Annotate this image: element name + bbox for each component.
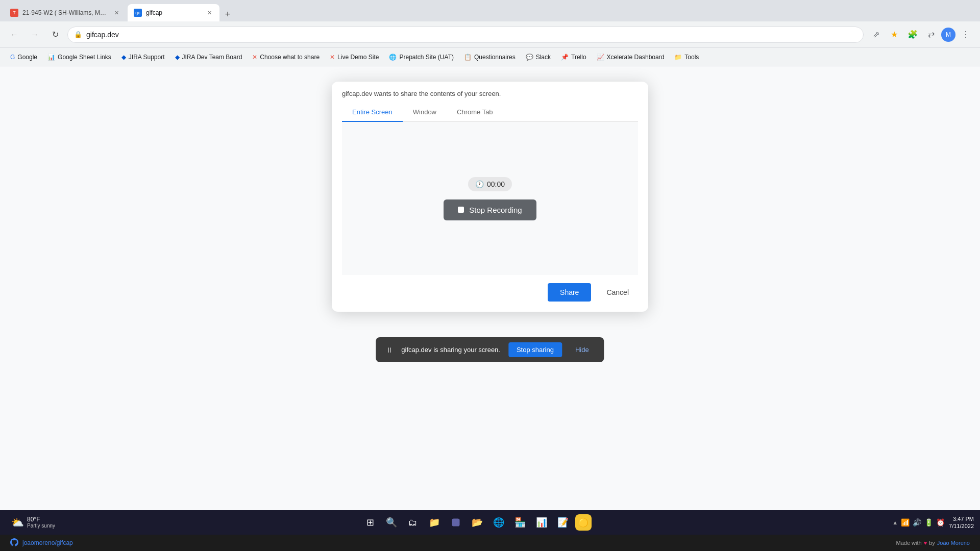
tab-1-close[interactable]: ✕	[112, 9, 120, 17]
refresh-button[interactable]: ↻	[47, 27, 63, 43]
stop-recording-button[interactable]: Stop Recording	[444, 199, 536, 220]
heart-icon: ♥	[924, 540, 927, 546]
bookmark-jira-dev[interactable]: ◆ JIRA Dev Team Board	[171, 52, 247, 63]
sharing-message: gifcap.dev is sharing your screen.	[401, 346, 500, 354]
bookmark-jira-support[interactable]: ◆ JIRA Support	[117, 52, 169, 63]
tray-chevron[interactable]: ▲	[892, 519, 898, 525]
made-with-text: Made with	[896, 540, 921, 546]
cancel-button[interactable]: Cancel	[597, 283, 638, 302]
taskbar-file-explorer[interactable]: 📁	[425, 513, 444, 532]
taskbar: ⛅ 80°F Partly sunny ⊞ 🔍 🗂 📁 📂 🌐 🏪 📊 📝 🟡	[0, 510, 980, 535]
bookmark-choose-share[interactable]: ✕ Choose what to share	[248, 52, 324, 63]
bookmark-sheets[interactable]: 📊 Google Sheet Links	[43, 52, 115, 63]
stop-sharing-button[interactable]: Stop sharing	[508, 342, 562, 357]
tab-entire-screen[interactable]: Entire Screen	[342, 103, 403, 122]
bookmark-sheets-label: Google Sheet Links	[58, 54, 111, 61]
taskbar-start-button[interactable]: ⊞	[361, 513, 379, 532]
dialog-tabs: Entire Screen Window Chrome Tab	[342, 103, 638, 122]
bookmark-button[interactable]: ★	[886, 27, 902, 43]
jira-dev-icon: ◆	[175, 54, 180, 61]
taskbar-right: ▲ 📶 🔊 🔋 ⏰ 3:47 PM 7/11/2022	[892, 515, 974, 530]
share-page-button[interactable]: ⇗	[868, 27, 884, 43]
hide-button[interactable]: Hide	[570, 342, 594, 357]
sys-tray: ▲ 📶 🔊 🔋 ⏰	[892, 518, 945, 527]
bookmark-xcelerate[interactable]: 📈 Xcelerate Dashboard	[593, 52, 669, 63]
taskbar-task-view-button[interactable]: 🗂	[404, 513, 422, 532]
bookmark-trello[interactable]: 📌 Trello	[557, 52, 591, 63]
lock-icon: 🔒	[74, 31, 82, 38]
bookmark-tools[interactable]: 📁 Tools	[670, 52, 703, 63]
tray-battery[interactable]: 🔋	[924, 518, 933, 527]
taskbar-search-button[interactable]: 🔍	[382, 513, 401, 532]
page-content: gifcap.dev wants to share the contents o…	[0, 66, 980, 510]
back-button[interactable]: ←	[6, 27, 22, 43]
sharing-pause-icon: ⏸	[386, 346, 393, 354]
bookmark-jira-dev-label: JIRA Dev Team Board	[182, 54, 242, 61]
google-icon: G	[10, 54, 15, 61]
weather-temp: 80°F	[27, 516, 55, 523]
profile-avatar[interactable]: M	[941, 28, 955, 42]
dialog-actions: Share Cancel	[332, 275, 648, 302]
sharing-notification-bar: ⏸ gifcap.dev is sharing your screen. Sto…	[376, 337, 604, 362]
taskbar-chrome[interactable]: 🌐	[489, 513, 508, 532]
tab-bar: T 21-945-W2 ( SH-Williams, Mary ) ✕ gc g…	[0, 0, 980, 21]
tab-2-close[interactable]: ✕	[205, 9, 213, 17]
taskbar-folder[interactable]: 📂	[468, 513, 486, 532]
profile-sync-button[interactable]: ⇄	[923, 27, 939, 43]
timer-badge: 🕐 00:00	[468, 177, 512, 191]
tab-2[interactable]: gc gifcap ✕	[128, 4, 219, 21]
tray-network[interactable]: 📶	[901, 518, 910, 527]
forward-button[interactable]: →	[27, 27, 43, 43]
bookmark-slack[interactable]: 💬 Slack	[522, 52, 555, 63]
bookmark-google[interactable]: G Google	[6, 52, 41, 63]
prepatch-icon: 🌐	[389, 54, 397, 61]
live-demo-icon: ✕	[330, 54, 335, 61]
taskbar-sticky-notes[interactable]: 📝	[554, 513, 572, 532]
bookmarks-bar: G Google 📊 Google Sheet Links ◆ JIRA Sup…	[0, 48, 980, 66]
bookmark-tools-label: Tools	[684, 54, 699, 61]
tab-2-favicon: gc	[134, 9, 142, 17]
new-tab-button[interactable]: +	[220, 7, 235, 21]
github-link[interactable]: joaomoreno/gifcap	[10, 538, 73, 548]
tab-chrome-tab[interactable]: Chrome Tab	[447, 103, 503, 122]
bookmark-prepatch-label: Prepatch Site (UAT)	[399, 54, 453, 61]
tray-time[interactable]: ⏰	[936, 518, 945, 527]
address-bar[interactable]: 🔒 gifcap.dev	[67, 27, 864, 43]
bookmark-live-demo[interactable]: ✕ Live Demo Site	[326, 52, 383, 63]
footer-by: by	[929, 540, 935, 546]
tab-1[interactable]: T 21-945-W2 ( SH-Williams, Mary ) ✕	[4, 4, 127, 21]
share-button[interactable]: Share	[548, 283, 591, 302]
slack-icon: 💬	[526, 54, 533, 61]
tools-icon: 📁	[674, 54, 682, 61]
url-text: gifcap.dev	[86, 31, 857, 39]
tab-window[interactable]: Window	[403, 103, 447, 122]
weather-desc: Partly sunny	[27, 523, 55, 529]
author-link[interactable]: João Moreno	[937, 540, 970, 546]
trello-icon: 📌	[561, 54, 569, 61]
taskbar-excel[interactable]: 📊	[532, 513, 551, 532]
clock-date: 7/11/2022	[949, 522, 974, 530]
tab-1-title: 21-945-W2 ( SH-Williams, Mary )	[22, 9, 108, 16]
svg-rect-0	[452, 519, 460, 527]
browser-frame: T 21-945-W2 ( SH-Williams, Mary ) ✕ gc g…	[0, 0, 980, 551]
datetime[interactable]: 3:47 PM 7/11/2022	[949, 515, 974, 530]
weather-icon: ⛅	[11, 516, 24, 529]
tab-1-favicon: T	[10, 9, 18, 17]
nav-bar: ← → ↻ 🔒 gifcap.dev ⇗ ★ 🧩 ⇄ M ⋮	[0, 21, 980, 48]
taskbar-teams[interactable]	[447, 513, 465, 532]
extensions-button[interactable]: 🧩	[904, 27, 921, 43]
jira-support-icon: ◆	[121, 54, 126, 61]
bookmark-questionnaires[interactable]: 📋 Questionnaires	[460, 52, 520, 63]
tray-volume[interactable]: 🔊	[913, 518, 921, 527]
bookmark-choose-share-label: Choose what to share	[260, 54, 320, 61]
tab-2-title: gifcap	[146, 9, 201, 16]
weather-widget[interactable]: ⛅ 80°F Partly sunny	[6, 514, 60, 531]
footer-bar: joaomoreno/gifcap Made with ♥ by João Mo…	[0, 535, 980, 551]
menu-button[interactable]: ⋮	[958, 27, 974, 43]
bookmark-prepatch[interactable]: 🌐 Prepatch Site (UAT)	[385, 52, 457, 63]
bookmark-trello-label: Trello	[571, 54, 586, 61]
bookmark-questionnaires-label: Questionnaires	[474, 54, 516, 61]
taskbar-store[interactable]: 🏪	[511, 513, 529, 532]
sheets-icon: 📊	[47, 54, 55, 61]
taskbar-app-extra[interactable]: 🟡	[575, 514, 592, 531]
